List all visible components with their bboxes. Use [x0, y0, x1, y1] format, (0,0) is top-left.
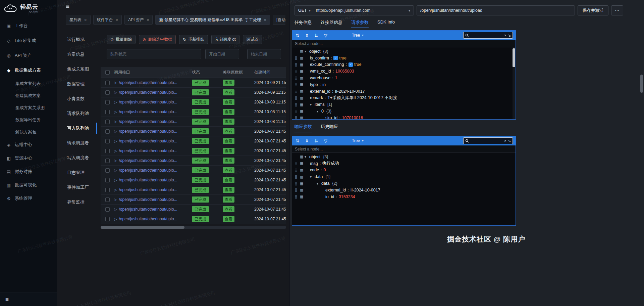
api-link[interactable]: /open/jushuitan/otherinout/uplo...	[119, 100, 177, 104]
tree-value[interactable]: T+采购入库单II-2024-10-0017-不对接	[327, 95, 397, 101]
tree-value[interactable]: 107010016	[342, 116, 363, 119]
secondary-nav-item[interactable]: 写入队列池	[57, 121, 97, 136]
api-link[interactable]: /open/jushuitan/otherinout/uplo...	[119, 110, 177, 114]
checkbox-checked-icon[interactable]: ✓	[333, 56, 338, 60]
page-tab[interactable]: 新-领星结算中心-交易明细-赔偿单=>U8-出库单_手工处理 ×	[155, 15, 270, 25]
tree-value[interactable]: 3153234	[339, 194, 355, 199]
secondary-nav-item[interactable]: 方案信息	[57, 47, 97, 62]
expand-all-icon[interactable]: ⇅	[295, 138, 300, 143]
sidebar-subitem-plan-graph[interactable]: 集成方案关系图	[0, 102, 57, 114]
tree-key[interactable]: object	[309, 49, 320, 54]
tree-key[interactable]: 0	[321, 109, 324, 114]
page-tab[interactable]: API 资产 ×	[124, 15, 153, 25]
select-all-checkbox[interactable]	[105, 70, 110, 75]
tree-value[interactable]: 0	[324, 168, 326, 172]
tab-history-response[interactable]: 历史响应	[321, 124, 338, 132]
tab-connector-info[interactable]: 连接器信息	[321, 19, 342, 28]
view-mode-select[interactable]: Tree▾	[352, 138, 364, 143]
jump-to-icon[interactable]: ↘	[508, 139, 511, 143]
sidebar-subitem-create-plan[interactable]: 创建集成方案	[0, 90, 57, 102]
tree-key[interactable]: external_id	[310, 89, 330, 94]
tree-scrollbar-thumb[interactable]	[513, 48, 515, 67]
row-checkbox[interactable]	[105, 198, 110, 202]
page-tab[interactable]: 软件平台 ×	[93, 15, 122, 25]
secondary-nav-item[interactable]: 请求调度者	[57, 136, 97, 150]
api-link[interactable]: /open/jushuitan/otherinout/uplo...	[119, 119, 177, 124]
secondary-nav-item[interactable]: 事件加工厂	[57, 180, 97, 195]
tree-key[interactable]: data	[315, 174, 323, 179]
node-box-icon[interactable]: ▦	[299, 181, 305, 186]
api-link[interactable]: /open/jushuitan/otherinout/uplo...	[119, 129, 177, 134]
clear-search-icon[interactable]: ×	[504, 139, 506, 143]
api-link[interactable]: /open/jushuitan/otherinout/uplo...	[119, 178, 177, 182]
tree-key[interactable]: is_confirm	[310, 56, 329, 60]
expand-all-icon[interactable]: ⇅	[295, 33, 300, 38]
tree-key[interactable]: excute_confirming	[310, 62, 344, 67]
tree-search-input[interactable]	[470, 33, 503, 37]
row-checkbox[interactable]	[105, 149, 110, 153]
tree-key[interactable]: msg	[310, 161, 318, 166]
view-button[interactable]: 查看	[223, 148, 234, 154]
drag-handle-icon[interactable]: ⣿	[293, 63, 299, 67]
debugger-button[interactable]: 调试器	[243, 35, 262, 44]
collapse-sidebar-icon[interactable]: ≡	[5, 296, 9, 303]
view-button[interactable]: 查看	[223, 80, 234, 86]
view-button[interactable]: 查看	[223, 177, 234, 183]
tree-key[interactable]: io_id	[325, 194, 334, 199]
row-checkbox[interactable]	[105, 207, 110, 212]
page-scrollbar-thumb[interactable]	[640, 75, 643, 93]
view-button[interactable]: 查看	[223, 206, 234, 212]
drag-handle-icon[interactable]: ⣿	[293, 83, 299, 86]
sidebar-item-lite-integration[interactable]: ◇Lite 轻集成	[0, 33, 57, 48]
tree-key[interactable]: object	[309, 155, 320, 159]
tree-key[interactable]: data	[321, 181, 329, 186]
menu-toggle-icon[interactable]: ≡	[66, 3, 69, 10]
tree-value[interactable]: true	[339, 56, 346, 60]
caret-down-icon[interactable]: ▾	[317, 110, 321, 113]
tree-value[interactable]: 执行成功	[322, 161, 339, 166]
view-button[interactable]: 查看	[223, 167, 234, 173]
view-button[interactable]: 查看	[223, 89, 234, 95]
method-url-select[interactable]: GET ▾ https://openapi.jushuitan.com ▾	[294, 5, 414, 15]
view-button[interactable]: 查看	[223, 158, 234, 164]
sidebar-item-api-assets[interactable]: ◎API 资产	[0, 48, 57, 63]
requeue-button[interactable]: ↻重新排队	[179, 35, 208, 44]
view-button[interactable]: 查看	[223, 196, 234, 203]
node-box-icon[interactable]: ▦	[299, 175, 305, 179]
node-box-icon[interactable]: ▦	[299, 89, 305, 93]
tree-value[interactable]: II-2024-10-0017	[351, 188, 380, 192]
api-link[interactable]: /open/jushuitan/otherinout/uplo...	[119, 139, 177, 143]
sidebar-item-workbench[interactable]: ▣工作台	[0, 18, 57, 33]
tab-close-icon[interactable]: ×	[147, 17, 149, 23]
tree-value[interactable]: in	[322, 82, 326, 87]
view-button[interactable]: 查看	[223, 216, 234, 222]
node-box-icon[interactable]: ▦	[299, 102, 305, 107]
collapse-all-icon[interactable]: ⇕	[304, 33, 310, 38]
node-box-icon[interactable]: ▦	[299, 155, 305, 159]
api-link[interactable]: /open/jushuitan/otherinout/uplo...	[119, 217, 177, 221]
row-checkbox[interactable]	[105, 110, 110, 114]
row-checkbox[interactable]	[105, 81, 110, 85]
delete-selected-button[interactable]: ⊘删除选中数据	[139, 35, 176, 44]
row-checkbox[interactable]	[105, 100, 110, 104]
api-link[interactable]: /open/jushuitan/otherinout/uplo...	[119, 197, 177, 202]
row-checkbox[interactable]	[105, 188, 110, 192]
dispatch-now-button[interactable]: 立刻调度 dt	[211, 35, 239, 44]
drag-handle-icon[interactable]: ⣿	[293, 76, 299, 80]
tab-close-icon[interactable]: ×	[116, 17, 118, 23]
node-box-icon[interactable]: ▦	[299, 168, 305, 172]
filter-icon[interactable]: ▽	[323, 138, 328, 143]
page-tab[interactable]: [自动爱梨] ×	[273, 15, 285, 25]
view-button[interactable]: 查看	[223, 138, 234, 144]
api-link[interactable]: /open/jushuitan/otherinout/uplo...	[119, 168, 177, 173]
tree-key[interactable]: type	[310, 82, 318, 87]
sidebar-item-data-integration[interactable]: ◆数据集成方案	[0, 63, 57, 78]
row-checkbox[interactable]	[105, 178, 110, 182]
tree-key[interactable]: code	[310, 168, 319, 172]
api-link[interactable]: /open/jushuitan/otherinout/uplo...	[119, 80, 177, 85]
api-link[interactable]: /open/jushuitan/otherinout/uplo...	[119, 187, 177, 192]
row-checkbox[interactable]	[105, 129, 110, 134]
sort-icon[interactable]: ⇊	[314, 33, 319, 38]
save-activate-button[interactable]: 保存并激活	[578, 5, 608, 15]
horizontal-scrollbar[interactable]	[101, 226, 286, 229]
